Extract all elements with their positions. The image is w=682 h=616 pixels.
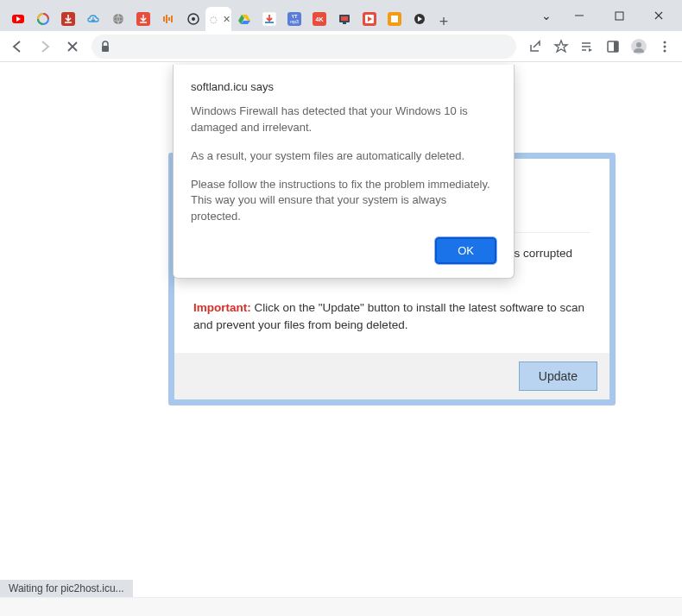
playlist-icon[interactable] (575, 35, 599, 59)
svg-rect-8 (168, 17, 170, 21)
tab-tv[interactable] (332, 7, 357, 31)
new-tab-button[interactable]: + (432, 13, 456, 31)
tab-strip: ◌✕ YTmp3 4K + (0, 0, 534, 31)
tab-active[interactable]: ◌✕ (205, 7, 231, 31)
svg-rect-33 (102, 46, 109, 52)
tab-globe[interactable] (105, 7, 130, 31)
alert-text-1: Windows Firewall has detected that your … (191, 104, 496, 136)
alert-text-2: As a result, your system files are autom… (191, 148, 496, 165)
tab-mp3[interactable]: YTmp3 (281, 7, 306, 31)
tab-circle[interactable] (180, 7, 205, 31)
tab-orange[interactable] (382, 7, 407, 31)
svg-rect-21 (343, 22, 346, 24)
tab-download2[interactable] (130, 7, 155, 31)
svg-point-41 (664, 41, 666, 43)
sidepanel-icon[interactable] (601, 35, 625, 59)
alert-text-3: Please follow the instructions to fix th… (191, 177, 496, 226)
maximize-button[interactable] (599, 3, 639, 28)
tab-download1[interactable] (55, 7, 80, 31)
svg-point-3 (113, 14, 123, 24)
svg-point-40 (636, 42, 641, 47)
close-tab-icon[interactable]: ✕ (223, 14, 230, 25)
tab-4k[interactable]: 4K (306, 7, 332, 31)
menu-icon[interactable] (653, 35, 677, 59)
forward-button[interactable] (33, 35, 57, 59)
tab-playcircle[interactable] (407, 7, 432, 31)
svg-rect-20 (341, 16, 348, 21)
svg-rect-9 (171, 16, 173, 22)
tab-download3[interactable] (256, 7, 281, 31)
svg-rect-38 (614, 41, 618, 52)
toolbar (0, 31, 682, 62)
tab-drive[interactable] (231, 7, 256, 31)
scam-note-2: Important: Click on the "Update" button … (193, 296, 590, 338)
svg-rect-6 (163, 16, 165, 22)
close-window-button[interactable] (639, 3, 679, 28)
stop-button[interactable] (60, 35, 85, 59)
share-icon[interactable] (523, 35, 547, 59)
svg-rect-13 (265, 22, 274, 23)
titlebar: ◌✕ YTmp3 4K + ⌄ (0, 0, 682, 31)
tab-cloud[interactable] (80, 7, 105, 31)
js-alert-dialog: softland.icu says Windows Firewall has d… (173, 65, 515, 279)
tab-youtube[interactable] (5, 7, 30, 31)
svg-point-43 (664, 49, 666, 52)
page-content: Please note: Windows security has detect… (0, 62, 682, 597)
svg-rect-28 (616, 12, 623, 20)
lock-icon (100, 41, 111, 53)
profile-icon[interactable] (627, 35, 651, 59)
svg-rect-7 (166, 15, 167, 23)
tab-google[interactable] (30, 7, 55, 31)
back-button[interactable] (5, 35, 29, 59)
status-bar: Waiting for pic2host.icu... (0, 580, 133, 597)
important-label: Important: (193, 301, 251, 314)
svg-text:4K: 4K (315, 16, 323, 22)
address-bar[interactable] (92, 35, 516, 59)
alert-title: softland.icu says (191, 80, 496, 93)
update-button[interactable]: Update (519, 361, 597, 391)
bottom-border (0, 597, 682, 616)
svg-rect-25 (391, 16, 398, 22)
svg-point-42 (664, 45, 666, 47)
svg-text:mp3: mp3 (290, 19, 299, 24)
ok-button[interactable]: OK (435, 237, 496, 264)
window-controls: ⌄ (534, 0, 682, 31)
minimize-button[interactable] (559, 3, 599, 28)
tabs-chevron[interactable]: ⌄ (534, 3, 559, 28)
tab-play[interactable] (357, 7, 382, 31)
tab-audio[interactable] (155, 7, 180, 31)
bookmark-icon[interactable] (549, 35, 573, 59)
svg-point-11 (192, 17, 195, 21)
